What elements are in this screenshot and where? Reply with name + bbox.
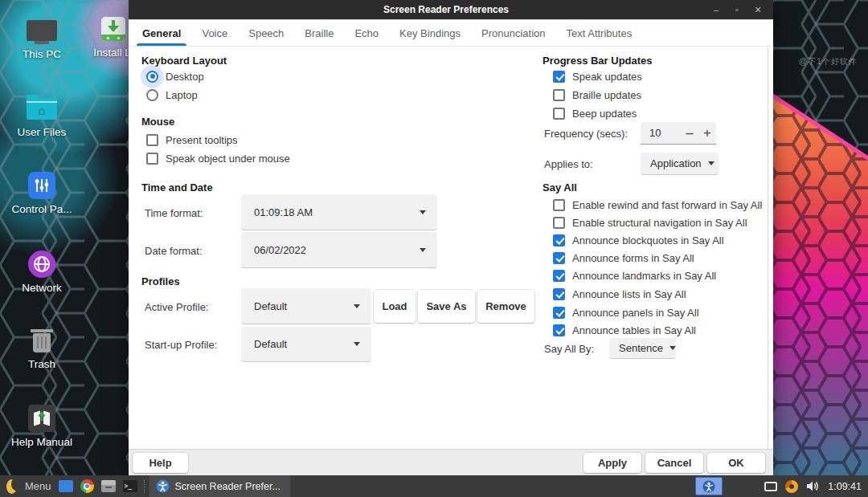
checkbox-announce-lists[interactable] — [553, 288, 565, 300]
applies-to-value: Application — [641, 157, 702, 169]
tab-braille[interactable]: Braille — [294, 20, 344, 46]
checkbox-row-structural-nav[interactable]: Enable structural navigation in Say All — [553, 215, 747, 230]
tab-text-attributes[interactable]: Text Attributes — [555, 20, 642, 46]
checkbox-braille-updates[interactable] — [553, 89, 565, 101]
accessibility-icon — [156, 479, 170, 493]
wallpaper-pink-rim — [768, 0, 868, 497]
content-right-edge — [768, 47, 768, 449]
tab-echo[interactable]: Echo — [344, 20, 389, 46]
checkbox-announce-blockquotes[interactable] — [553, 234, 565, 246]
checkbox-enable-rewind[interactable] — [553, 199, 565, 211]
cancel-button[interactable]: Cancel — [645, 453, 703, 473]
menu-button[interactable]: Menu — [25, 480, 51, 492]
checkbox-label: Speak object under mouse — [166, 153, 290, 165]
checkbox-label: Beep updates — [572, 108, 637, 120]
radio-row-laptop[interactable]: Laptop — [146, 88, 198, 102]
terminal-icon[interactable] — [123, 480, 137, 492]
checkbox-announce-panels[interactable] — [553, 307, 565, 319]
section-title-mouse: Mouse — [141, 116, 174, 128]
spinner-plus-icon[interactable]: + — [698, 124, 716, 142]
checkbox-label: Announce lists in Say All — [572, 288, 686, 300]
checkbox-announce-forms[interactable] — [553, 252, 565, 264]
save-as-button[interactable]: Save As — [418, 290, 475, 323]
applies-to-label: Applies to: — [544, 158, 593, 170]
date-format-dropdown[interactable]: 06/02/2022 — [241, 232, 437, 268]
checkbox-structural-navigation[interactable] — [553, 217, 565, 229]
dropdown-caret-icon — [420, 248, 426, 252]
wallpaper-watermark: @下1个好软件 — [799, 56, 858, 67]
desktop-icon-control-panel[interactable]: Control Pa... — [6, 171, 77, 215]
checkbox-row-speak-object[interactable]: Speak object under mouse — [146, 151, 290, 165]
checkbox-row-rewind[interactable]: Enable rewind and fast forward in Say Al… — [553, 198, 762, 212]
checkbox-announce-landmarks[interactable] — [553, 270, 565, 282]
startup-profile-dropdown[interactable]: Default — [241, 327, 371, 362]
titlebar[interactable]: Screen Reader Preferences – ▫ ✕ — [129, 0, 773, 19]
checkbox-row-speak-updates[interactable]: Speak updates — [553, 69, 642, 84]
chrome-icon[interactable] — [80, 479, 94, 493]
tab-key-bindings[interactable]: Key Bindings — [389, 20, 471, 46]
taskbar-task-screen-reader[interactable]: Screen Reader Prefer... — [149, 475, 290, 497]
checkbox-row-lists[interactable]: Announce lists in Say All — [553, 287, 686, 301]
checkbox-present-tooltips[interactable] — [146, 134, 158, 146]
desktop-icon-trash[interactable]: Trash — [6, 326, 77, 370]
maximize-icon[interactable]: ▫ — [728, 2, 746, 17]
tab-speech[interactable]: Speech — [238, 20, 294, 46]
desktop-icon-label: Trash — [6, 358, 77, 370]
desktop-icon-label: User Files — [6, 126, 77, 138]
spinner-minus-icon[interactable]: – — [681, 124, 698, 142]
load-button[interactable]: Load — [374, 290, 416, 323]
checkbox-row-present-tooltips[interactable]: Present tooltips — [146, 132, 238, 147]
frequency-label: Frequency (secs): — [544, 128, 628, 140]
globe-icon — [28, 251, 55, 278]
trash-icon — [33, 333, 51, 352]
checkbox-announce-tables[interactable] — [553, 324, 565, 336]
checkbox-label: Present tooltips — [166, 134, 238, 146]
checkbox-row-panels[interactable]: Announce panels in Say All — [553, 305, 699, 320]
help-button[interactable]: Help — [133, 453, 188, 473]
display-tray-icon[interactable] — [764, 482, 777, 491]
minimize-icon[interactable]: – — [707, 2, 725, 17]
say-all-by-dropdown[interactable]: Sentence — [609, 338, 676, 359]
tray-accessibility-icon[interactable] — [695, 477, 723, 495]
checkbox-row-blockquotes[interactable]: Announce blockquotes in Say All — [553, 233, 724, 247]
frequency-spinner[interactable]: 10 – + — [641, 122, 716, 145]
checkbox-row-braille-updates[interactable]: Braille updates — [553, 88, 641, 102]
checkbox-label: Announce forms in Say All — [572, 252, 694, 264]
checkbox-row-forms[interactable]: Announce forms in Say All — [553, 251, 694, 265]
ok-button[interactable]: OK — [707, 453, 765, 473]
applies-to-dropdown[interactable]: Application — [641, 153, 719, 175]
frequency-value: 10 — [641, 127, 681, 139]
apply-button[interactable]: Apply — [583, 453, 641, 473]
tab-pronunciation[interactable]: Pronunciation — [471, 20, 556, 46]
section-title-say-all: Say All — [542, 181, 577, 194]
checkbox-speak-object-under-mouse[interactable] — [146, 153, 158, 165]
checkbox-beep-updates[interactable] — [553, 108, 565, 120]
radio-desktop[interactable] — [146, 71, 158, 83]
checkbox-row-tables[interactable]: Announce tables in Say All — [553, 323, 696, 337]
tab-voice[interactable]: Voice — [191, 20, 238, 46]
checkbox-label: Speak updates — [572, 71, 642, 83]
desktop-icon-this-pc[interactable]: This PC — [6, 16, 77, 60]
checkbox-speak-updates[interactable] — [553, 71, 565, 83]
checkbox-row-landmarks[interactable]: Announce landmarks in Say All — [553, 268, 716, 283]
time-format-dropdown[interactable]: 01:09:18 AM — [241, 194, 437, 230]
checkbox-row-beep-updates[interactable]: Beep updates — [553, 106, 637, 120]
date-format-value: 06/02/2022 — [241, 244, 420, 256]
desktop-icon-help-manual[interactable]: Help Manual — [6, 404, 77, 448]
file-manager-icon[interactable] — [101, 480, 116, 492]
desktop-icon-network[interactable]: Network — [6, 250, 77, 294]
updater-tray-icon[interactable] — [785, 480, 798, 493]
dropdown-caret-icon — [708, 161, 714, 165]
remove-button[interactable]: Remove — [477, 290, 534, 323]
general-tab-panel: Keyboard Layout Desktop Laptop Mouse Pre… — [129, 47, 773, 449]
active-profile-dropdown[interactable]: Default — [241, 288, 371, 324]
volume-icon[interactable] — [806, 480, 820, 492]
desktop-icon-user-files[interactable]: ⌂ User Files — [6, 94, 77, 138]
show-desktop-icon[interactable] — [59, 480, 73, 492]
close-icon[interactable]: ✕ — [749, 2, 767, 17]
tab-general[interactable]: General — [132, 20, 191, 46]
radio-row-desktop[interactable]: Desktop — [146, 69, 204, 84]
menu-logo-icon[interactable] — [6, 479, 18, 494]
radio-laptop[interactable] — [146, 89, 158, 101]
desktop-icon-label: Help Manual — [6, 436, 77, 448]
